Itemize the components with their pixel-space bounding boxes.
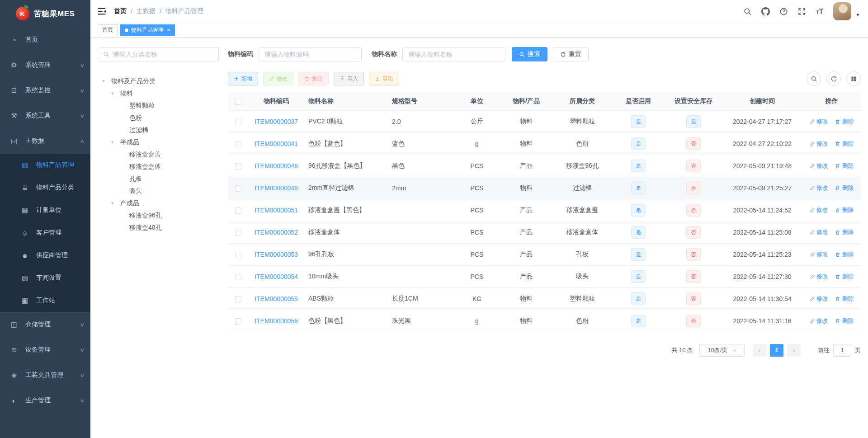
sidebar-menu-item[interactable]: ▤ 主数据 ∧ xyxy=(0,128,90,154)
item-code-link[interactable]: ITEM00000049 xyxy=(255,184,298,192)
search-icon[interactable] xyxy=(743,7,752,16)
sidebar-submenu-item[interactable]: ☺ 客户管理 xyxy=(0,221,90,244)
app-logo[interactable]: K 苦糖果MES xyxy=(0,0,90,27)
item-code-link[interactable]: ITEM00000056 xyxy=(255,317,298,325)
row-delete-link[interactable]: 删除 xyxy=(835,140,854,148)
caret-down-icon[interactable]: ▼ xyxy=(856,13,860,17)
table-refresh-icon[interactable] xyxy=(826,71,841,86)
tree-node[interactable]: 移液盒盒体 xyxy=(98,160,219,173)
row-delete-link[interactable]: 删除 xyxy=(835,184,854,192)
sidebar-submenu-item[interactable]: ▥ 物料产品管理 xyxy=(0,154,90,176)
sidebar-menu-item[interactable]: ⚒ 系统工具 ∨ xyxy=(0,103,90,128)
select-all-checkbox[interactable] xyxy=(235,99,241,105)
row-edit-link[interactable]: 修改 xyxy=(810,250,828,259)
tree-node[interactable]: 物料 xyxy=(98,87,219,99)
tree-node[interactable]: 过滤棉 xyxy=(98,124,219,136)
caret-down-icon[interactable] xyxy=(111,200,120,206)
row-edit-link[interactable]: 修改 xyxy=(810,184,828,192)
delete-button[interactable]: 删除 xyxy=(298,72,329,85)
sidebar-submenu-item[interactable]: ▧ 车间设置 xyxy=(0,267,90,289)
row-delete-link[interactable]: 删除 xyxy=(835,317,854,325)
caret-down-icon[interactable] xyxy=(111,139,120,145)
sidebar-menu-item[interactable]: ◫ 仓储管理 ∨ xyxy=(0,312,90,337)
row-edit-link[interactable]: 修改 xyxy=(810,273,828,281)
row-checkbox[interactable] xyxy=(235,119,241,125)
item-code-link[interactable]: ITEM00000041 xyxy=(255,140,298,147)
next-page-button[interactable]: › xyxy=(787,344,801,357)
name-filter-input[interactable] xyxy=(402,47,505,61)
row-edit-link[interactable]: 修改 xyxy=(810,317,828,325)
item-code-link[interactable]: ITEM00000052 xyxy=(255,229,298,236)
row-delete-link[interactable]: 删除 xyxy=(835,118,854,126)
tab-material-management[interactable]: 物料产品管理 × xyxy=(120,24,175,36)
row-checkbox[interactable] xyxy=(235,185,241,192)
fullscreen-icon[interactable] xyxy=(797,7,806,16)
export-button[interactable]: 导出 xyxy=(369,72,399,85)
sidebar-menu-item[interactable]: ◔ 首页 xyxy=(0,27,90,52)
search-button[interactable]: 搜索 xyxy=(512,47,547,61)
row-checkbox[interactable] xyxy=(235,207,241,214)
tree-node[interactable]: 半成品 xyxy=(98,136,219,148)
tab-home[interactable]: 首页 xyxy=(98,24,118,36)
tree-node[interactable]: 孔板 xyxy=(98,173,219,185)
row-edit-link[interactable]: 修改 xyxy=(810,162,828,170)
sidebar-submenu-item[interactable]: ≣ 物料产品分类 xyxy=(0,176,90,199)
row-edit-link[interactable]: 修改 xyxy=(810,206,828,214)
table-search-toggle-icon[interactable] xyxy=(807,71,821,86)
reset-button[interactable]: 重置 xyxy=(553,47,589,61)
help-icon[interactable] xyxy=(779,7,788,16)
row-checkbox[interactable] xyxy=(235,163,241,170)
sidebar-submenu-item[interactable]: ▣ 工作站 xyxy=(0,289,90,312)
goto-page-input[interactable] xyxy=(833,344,851,357)
row-delete-link[interactable]: 删除 xyxy=(835,295,854,303)
tree-node[interactable]: 物料及产品分类 xyxy=(98,75,219,87)
page-size-select[interactable]: 10条/页 ∨ xyxy=(699,344,745,357)
row-edit-link[interactable]: 修改 xyxy=(810,295,828,303)
row-edit-link[interactable]: 修改 xyxy=(810,140,828,148)
item-code-link[interactable]: ITEM00000053 xyxy=(255,251,298,258)
tree-node[interactable]: 塑料颗粒 xyxy=(98,99,219,112)
row-checkbox[interactable] xyxy=(235,252,241,258)
item-code-link[interactable]: ITEM00000037 xyxy=(255,118,298,125)
tree-node[interactable]: 移液盒48孔 xyxy=(98,221,219,234)
row-delete-link[interactable]: 删除 xyxy=(835,273,854,281)
import-button[interactable]: 导入 xyxy=(334,72,364,85)
column-settings-icon[interactable] xyxy=(846,71,861,86)
avatar[interactable] xyxy=(833,2,851,20)
caret-down-icon[interactable] xyxy=(111,90,120,96)
tree-node[interactable]: 色粉 xyxy=(98,112,219,124)
item-code-link[interactable]: ITEM00000046 xyxy=(255,162,298,170)
sidebar-menu-item[interactable]: ⚙ 系统管理 ∨ xyxy=(0,52,90,78)
item-code-link[interactable]: ITEM00000055 xyxy=(255,295,298,302)
tree-node[interactable]: 吸头 xyxy=(98,185,219,197)
prev-page-button[interactable]: ‹ xyxy=(753,344,766,357)
close-icon[interactable]: × xyxy=(167,27,170,33)
hamburger-icon[interactable] xyxy=(97,6,107,16)
sidebar-menu-item[interactable]: ≋ 设备管理 ∨ xyxy=(0,337,90,363)
row-edit-link[interactable]: 修改 xyxy=(810,118,828,126)
font-size-icon[interactable] xyxy=(815,7,824,16)
row-checkbox[interactable] xyxy=(235,141,241,147)
sidebar-submenu-item[interactable]: ☻ 供应商管理 xyxy=(0,244,90,267)
row-delete-link[interactable]: 删除 xyxy=(835,206,854,214)
item-code-link[interactable]: ITEM00000051 xyxy=(255,207,298,214)
row-delete-link[interactable]: 删除 xyxy=(835,228,854,236)
sidebar-submenu-item[interactable]: ▦ 计量单位 xyxy=(0,199,90,221)
row-delete-link[interactable]: 删除 xyxy=(835,250,854,259)
row-checkbox[interactable] xyxy=(235,230,241,236)
page-1-button[interactable]: 1 xyxy=(770,344,783,357)
github-icon[interactable] xyxy=(761,7,770,16)
row-delete-link[interactable]: 删除 xyxy=(835,162,854,170)
sidebar-menu-item[interactable]: ◐ 生产管理 ∨ xyxy=(0,388,90,413)
breadcrumb-home[interactable]: 首页 xyxy=(114,7,127,15)
item-code-link[interactable]: ITEM00000054 xyxy=(255,273,298,280)
row-checkbox[interactable] xyxy=(235,274,241,280)
tree-search-input[interactable] xyxy=(113,51,213,58)
caret-down-icon[interactable] xyxy=(102,78,111,84)
tree-node[interactable]: 产成品 xyxy=(98,197,219,209)
sidebar-menu-item[interactable]: ◈ 工装夹具管理 ∨ xyxy=(0,363,90,388)
sidebar-menu-item[interactable]: ⊡ 系统监控 ∨ xyxy=(0,78,90,103)
add-button[interactable]: 新增 xyxy=(228,72,258,85)
tree-node[interactable]: 移液盒盒盖 xyxy=(98,148,219,160)
row-edit-link[interactable]: 修改 xyxy=(810,228,828,236)
